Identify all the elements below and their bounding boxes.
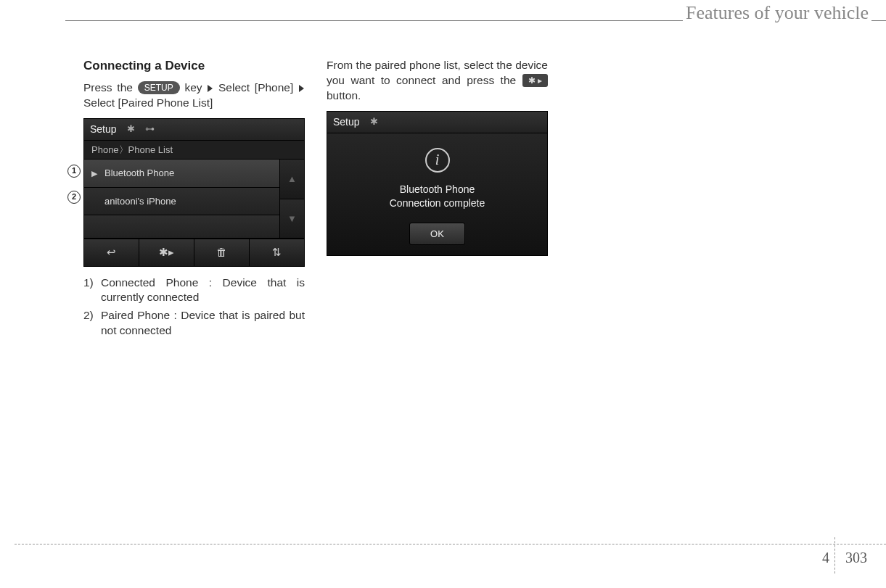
def-text: Paired Phone : Device that is paired but…: [101, 308, 305, 339]
connect-button[interactable]: ✱▸: [139, 239, 194, 265]
list-item[interactable]: ▶ Bluetooth Phone: [84, 160, 279, 188]
chapter-number: 4: [822, 550, 829, 566]
bluetooth-icon: ✱: [370, 115, 378, 128]
usb-icon: ⊶: [145, 123, 155, 136]
dialog: i Bluetooth Phone Connection complete OK: [327, 133, 547, 256]
list-area: ▶ Bluetooth Phone ▶ anitooni's iPhone ▲ …: [84, 160, 304, 239]
sort-button[interactable]: ⇅: [250, 239, 304, 265]
list-item-label: Bluetooth Phone: [104, 167, 174, 180]
back-button[interactable]: ↩: [84, 239, 139, 265]
instr-text: From the paired phone list, select the d…: [327, 59, 548, 86]
scroll-down-button[interactable]: ▼: [280, 199, 304, 239]
def-number: 2): [83, 308, 101, 339]
content-area: Connecting a Device Press the SETUP key …: [83, 58, 803, 341]
bt-connect-icon: ✱▸: [159, 246, 174, 258]
callout-1: 1: [67, 165, 81, 178]
footer-divider: [834, 537, 835, 573]
column-3: [570, 58, 791, 341]
setup-key-label: SETUP: [138, 81, 180, 94]
list-item[interactable]: ▶ anitooni's iPhone: [84, 188, 279, 216]
instruction-2: From the paired phone list, select the d…: [327, 58, 548, 104]
scroll-up-button[interactable]: ▲: [280, 160, 304, 199]
header-title: Features of your vehicle: [683, 2, 871, 24]
list-item-empty: [84, 215, 279, 239]
page-number: 303: [845, 550, 867, 566]
sort-icon: ⇅: [272, 246, 282, 258]
screenshot-phone-list: Setup ✱ ⊶ Phone〉Phone List ▶ Bluetooth P…: [83, 118, 305, 267]
play-icon: ▶: [91, 168, 97, 179]
instr-text: Press the: [83, 81, 138, 94]
info-icon: i: [425, 148, 450, 173]
screenshot-1-wrap: 1 2 Setup ✱ ⊶ Phone〉Phone List ▶ Bluetoo…: [83, 118, 305, 267]
def-text: Connected Phone : Device that is current…: [101, 276, 305, 306]
bottom-bar: ↩ ✱▸ 🗑 ⇅: [84, 239, 304, 265]
triangle-icon: [208, 85, 213, 92]
shot-title: Setup: [90, 123, 117, 136]
ok-button[interactable]: OK: [409, 223, 465, 246]
instr-text: Select [Paired Phone List]: [83, 96, 213, 109]
bt-connect-button-label: ✱ ▸: [522, 74, 548, 87]
definition-item: 1) Connected Phone : Device that is curr…: [83, 276, 305, 306]
delete-button[interactable]: 🗑: [194, 239, 250, 265]
column-1: Connecting a Device Press the SETUP key …: [83, 58, 305, 341]
back-icon: ↩: [107, 246, 116, 258]
instruction-1: Press the SETUP key Select [Phone] Selec…: [83, 80, 305, 111]
scroll-buttons: ▲ ▼: [279, 160, 304, 239]
dialog-message: Bluetooth Phone Connection complete: [335, 183, 540, 211]
ok-button-label: OK: [430, 228, 444, 239]
footer-rule: [15, 544, 886, 544]
list-item-label: anitooni's iPhone: [104, 195, 176, 208]
callout-2: 2: [67, 191, 81, 204]
screenshot-connection-complete: Setup ✱ i Bluetooth Phone Connection com…: [327, 111, 548, 257]
def-number: 1): [83, 276, 101, 306]
section-heading: Connecting a Device: [83, 58, 305, 75]
column-2: From the paired phone list, select the d…: [327, 58, 548, 341]
definition-item: 2) Paired Phone : Device that is paired …: [83, 308, 305, 339]
phone-list: ▶ Bluetooth Phone ▶ anitooni's iPhone: [84, 160, 279, 239]
trash-icon: 🗑: [216, 246, 227, 258]
shot-topbar: Setup ✱ ⊶: [84, 119, 304, 141]
shot-title: Setup: [333, 115, 360, 129]
instr-text: Select [Phone]: [218, 81, 293, 94]
triangle-icon: [299, 85, 304, 92]
bluetooth-icon: ✱: [127, 123, 135, 136]
definitions: 1) Connected Phone : Device that is curr…: [83, 276, 305, 339]
msg-line-2: Connection complete: [390, 197, 485, 209]
breadcrumb: Phone〉Phone List: [84, 141, 304, 160]
shot-topbar: Setup ✱: [327, 112, 547, 133]
msg-line-1: Bluetooth Phone: [400, 183, 475, 195]
instr-text: key: [184, 81, 202, 94]
instr-text: button.: [327, 89, 361, 102]
